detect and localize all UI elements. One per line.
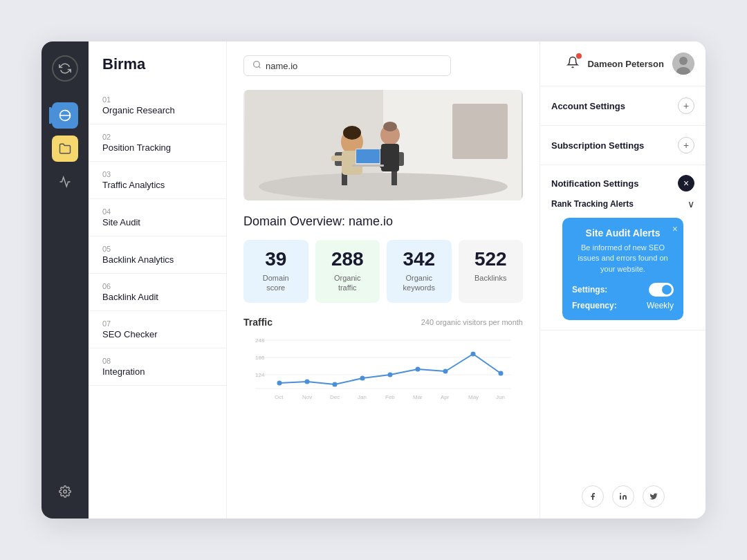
social-facebook[interactable] [582, 485, 604, 507]
audit-desc: Be informed of new SEO issues and errors… [572, 243, 674, 274]
account-settings-add-button[interactable]: + [678, 97, 694, 114]
account-settings-label: Account Settings [551, 101, 625, 111]
traffic-sub: 240 organic visitors per month [421, 318, 523, 326]
app-title: Birma [89, 55, 226, 87]
svg-point-48 [679, 57, 688, 65]
traffic-label: Traffic [243, 317, 273, 328]
sidebar-item-num: 06 [102, 282, 212, 290]
refresh-button[interactable] [52, 55, 78, 82]
chart-area: 248 186 124 Oct N [243, 333, 523, 402]
subscription-settings-section: Subscription Settings + [540, 126, 706, 165]
svg-point-34 [416, 366, 421, 371]
stat-card-0: 39 Domainscore [243, 240, 308, 303]
settings-icon-container [52, 478, 78, 505]
sidebar-item-label: Backlink Audit [102, 292, 212, 302]
svg-point-29 [277, 380, 282, 385]
stat-label: Domainscore [252, 273, 300, 293]
main-content: Domain Overview: name.io 39 Domainscore … [227, 41, 540, 519]
audit-title: Site Audit Alerts [572, 227, 674, 239]
stat-value: 522 [467, 250, 515, 269]
search-input[interactable] [266, 61, 442, 71]
stat-value: 39 [252, 250, 300, 269]
svg-rect-6 [452, 104, 508, 159]
sidebar-item-chart[interactable] [52, 102, 78, 129]
audit-card: × Site Audit Alerts Be informed of new S… [562, 218, 683, 320]
svg-rect-20 [356, 149, 380, 163]
sidebar-item-label: Traffic Analytics [102, 180, 212, 190]
svg-point-32 [360, 375, 365, 380]
bell-icon[interactable] [566, 57, 579, 71]
notification-settings-label: Notification Settings [551, 178, 638, 189]
svg-point-33 [388, 372, 393, 377]
sidebar-item-organic-research[interactable]: 01 Organic Research [89, 87, 226, 124]
svg-text:Nov: Nov [302, 394, 312, 400]
svg-point-16 [383, 122, 397, 131]
stat-label: Backlinks [467, 273, 515, 283]
sidebar-item-label: Backlink Analytics [102, 254, 212, 265]
search-icon [252, 60, 261, 71]
domain-title: Domain Overview: name.io [243, 214, 523, 229]
stat-card-1: 288 Organictraffic [315, 240, 380, 303]
user-avatar [672, 53, 694, 75]
stat-value: 288 [324, 250, 372, 269]
svg-line-3 [259, 66, 260, 68]
sidebar-item-position-tracking[interactable]: 02 Position Tracking [89, 124, 226, 162]
sidebar-item-seo-checker[interactable]: 07 SEO Checker [89, 311, 226, 348]
svg-text:Apr: Apr [441, 394, 450, 400]
sidebar-item-backlink-audit[interactable]: 06 Backlink Audit [89, 274, 226, 311]
notification-settings-section: Notification Settings × Rank Tracking Al… [540, 165, 706, 330]
sidebar-item-backlink-analytics[interactable]: 05 Backlink Analytics [89, 236, 226, 274]
svg-text:May: May [468, 394, 479, 400]
sidebar-item-analytics[interactable] [52, 169, 78, 195]
settings-button[interactable] [52, 478, 78, 505]
svg-point-7 [259, 173, 508, 200]
sidebar-item-num: 04 [102, 207, 212, 216]
svg-text:186: 186 [255, 355, 265, 361]
audit-freq-label: Frequency: [572, 301, 617, 310]
svg-rect-50 [620, 496, 621, 500]
svg-point-1 [64, 490, 67, 494]
sidebar-item-traffic-analytics[interactable]: 03 Traffic Analytics [89, 162, 226, 199]
rank-tracking-chevron[interactable]: ∨ [688, 198, 694, 209]
svg-text:Mar: Mar [413, 394, 423, 400]
svg-text:Oct: Oct [275, 394, 284, 400]
svg-point-51 [620, 493, 621, 494]
sidebar-item-num: 01 [102, 95, 212, 104]
svg-text:Feb: Feb [385, 394, 395, 400]
sidebar-item-label: Position Tracking [102, 142, 212, 153]
audit-freq-value: Weekly [647, 301, 674, 310]
sidebar-item-num: 05 [102, 245, 212, 253]
svg-point-12 [343, 126, 361, 140]
sidebar-item-label: SEO Checker [102, 329, 212, 339]
account-settings-section: Account Settings + [540, 86, 706, 126]
stat-label: Organictraffic [324, 273, 372, 293]
rank-tracking-label: Rank Tracking Alerts [551, 199, 634, 209]
right-panel: Dameon Peterson Account Settings + Subsc… [540, 41, 706, 519]
svg-text:124: 124 [255, 372, 265, 378]
audit-card-close[interactable]: × [672, 223, 678, 234]
sidebar-item-site-audit[interactable]: 04 Site Audit [89, 199, 226, 236]
stats-row: 39 Domainscore 288 Organictraffic 342 Or… [243, 240, 523, 303]
sidebar-item-num: 08 [102, 357, 212, 365]
stat-label: Organickeywords [395, 273, 443, 293]
subscription-settings-add-button[interactable]: + [678, 137, 694, 153]
notification-settings-close-button[interactable]: × [678, 175, 694, 192]
svg-point-2 [254, 62, 260, 68]
svg-text:Dec: Dec [330, 394, 340, 400]
audit-settings-toggle[interactable] [649, 283, 674, 297]
social-twitter[interactable] [643, 485, 665, 507]
sidebar-item-label: Integration [102, 366, 212, 377]
svg-point-37 [499, 371, 504, 375]
sidebar-item-integration[interactable]: 08 Integration [89, 348, 226, 386]
notification-badge [576, 53, 582, 59]
sidebar-item-folder[interactable] [52, 136, 78, 162]
svg-text:Jan: Jan [358, 394, 367, 400]
sidebar-item-num: 03 [102, 170, 212, 178]
svg-rect-14 [331, 156, 345, 161]
svg-point-31 [333, 382, 338, 386]
sidebar-item-label: Site Audit [102, 217, 212, 227]
social-linkedin[interactable] [612, 485, 634, 507]
search-bar[interactable] [243, 55, 451, 76]
svg-text:248: 248 [255, 337, 265, 344]
svg-rect-21 [352, 165, 384, 167]
